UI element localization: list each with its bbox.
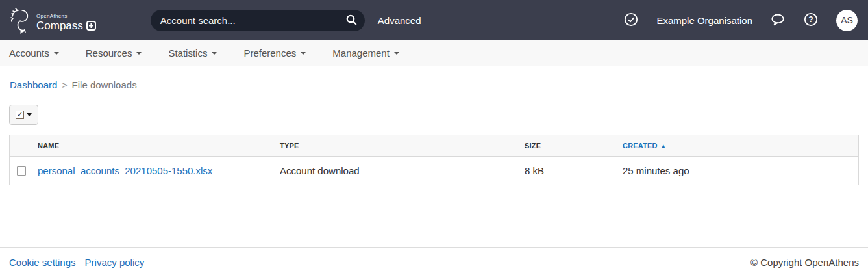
nav-item-management[interactable]: Management — [332, 47, 399, 59]
status-check-button[interactable] — [623, 12, 639, 29]
breadcrumb: Dashboard > File downloads — [0, 66, 868, 90]
table-header-row: NAME TYPE SIZE CREATED ▲ — [10, 135, 858, 157]
brand-text: OpenAthens Compass — [36, 14, 96, 34]
row-checkbox[interactable] — [17, 166, 26, 176]
nav-item-preferences[interactable]: Preferences — [243, 47, 306, 59]
nav-item-label: Accounts — [9, 47, 49, 59]
nav-item-label: Resources — [86, 47, 132, 59]
plus-box-icon — [86, 21, 96, 31]
sort-ascending-icon: ▲ — [661, 143, 666, 149]
cell-size: 8 kB — [525, 165, 623, 176]
select-all-dropdown-button[interactable]: ✓ — [9, 105, 38, 125]
column-header-created-sorted[interactable]: CREATED ▲ — [623, 142, 858, 150]
breadcrumb-dashboard-link[interactable]: Dashboard — [10, 79, 57, 90]
cell-created: 25 minutes ago — [623, 165, 858, 176]
privacy-policy-link[interactable]: Privacy policy — [85, 257, 145, 268]
user-avatar[interactable]: AS — [836, 10, 858, 31]
search-input[interactable] — [160, 15, 345, 26]
organisation-name: Example Organisation — [656, 15, 752, 26]
brand-openathens-label: OpenAthens — [36, 14, 96, 19]
column-header-size[interactable]: SIZE — [525, 142, 623, 150]
chevron-down-icon — [54, 52, 59, 55]
cookie-settings-link[interactable]: Cookie settings — [9, 257, 76, 268]
main-nav: Accounts Resources Statistics Preference… — [0, 40, 868, 66]
copyright-text: © Copyright OpenAthens — [750, 257, 859, 268]
nav-item-label: Management — [332, 47, 390, 59]
nav-item-resources[interactable]: Resources — [86, 47, 142, 59]
chat-button[interactable] — [770, 12, 786, 29]
speech-bubble-icon — [770, 12, 786, 29]
chevron-down-icon — [27, 113, 32, 116]
file-downloads-table: NAME TYPE SIZE CREATED ▲ personal_accoun… — [9, 135, 859, 185]
advanced-search-link[interactable]: Advanced — [378, 15, 421, 26]
question-circle-icon: ? — [803, 12, 819, 29]
breadcrumb-separator: > — [62, 80, 67, 90]
svg-text:?: ? — [808, 15, 813, 24]
header-right-group: Example Organisation ? AS — [623, 10, 858, 31]
nav-item-label: Preferences — [243, 47, 296, 59]
openathens-owl-icon — [9, 7, 32, 34]
brand-compass-label: Compass — [36, 20, 83, 31]
chevron-down-icon — [394, 52, 399, 55]
table-row: personal_accounts_20210505-1550.xlsx Acc… — [10, 157, 858, 185]
table-toolbar: ✓ — [0, 90, 868, 125]
help-button[interactable]: ? — [803, 12, 819, 29]
page-footer: Cookie settings Privacy policy © Copyrig… — [0, 247, 868, 277]
nav-item-accounts[interactable]: Accounts — [9, 47, 59, 59]
column-header-name[interactable]: NAME — [38, 142, 280, 150]
breadcrumb-current-page: File downloads — [72, 79, 137, 90]
footer-links: Cookie settings Privacy policy — [9, 257, 144, 268]
check-circle-icon — [623, 12, 639, 29]
account-search-box[interactable] — [151, 10, 365, 31]
column-header-type[interactable]: TYPE — [280, 142, 525, 150]
cell-type: Account download — [280, 165, 525, 176]
file-download-link[interactable]: personal_accounts_20210505-1550.xlsx — [38, 165, 212, 176]
chevron-down-icon — [212, 52, 217, 55]
checkbox-checked-icon: ✓ — [16, 111, 24, 119]
chevron-down-icon — [301, 52, 306, 55]
search-icon — [345, 14, 357, 27]
main-content: Dashboard > File downloads ✓ NAME TYPE S… — [0, 66, 868, 247]
nav-item-statistics[interactable]: Statistics — [168, 47, 217, 59]
top-header: OpenAthens Compass Advanc — [0, 0, 868, 40]
chevron-down-icon — [136, 52, 142, 55]
nav-item-label: Statistics — [168, 47, 207, 59]
search-submit-button[interactable] — [345, 14, 357, 27]
column-header-label: CREATED — [623, 142, 658, 150]
openathens-compass-logo[interactable]: OpenAthens Compass — [9, 7, 96, 34]
